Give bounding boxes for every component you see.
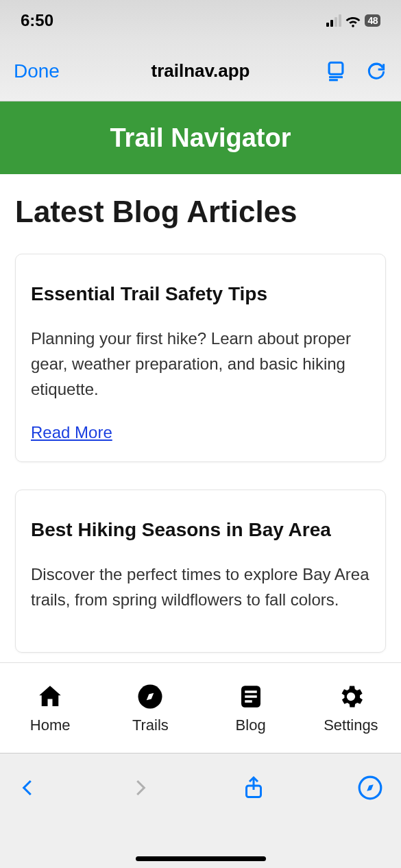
home-indicator[interactable] — [136, 856, 266, 861]
browser-top-bar: Done trailnav.app — [0, 41, 401, 101]
nav-home[interactable]: Home — [0, 682, 100, 734]
article-card: Best Hiking Seasons in Bay Area Discover… — [15, 490, 386, 653]
nav-settings[interactable]: Settings — [301, 682, 401, 734]
reload-icon[interactable] — [365, 60, 387, 82]
svg-rect-5 — [245, 690, 257, 693]
share-icon[interactable] — [241, 773, 266, 802]
page-title: Latest Blog Articles — [15, 195, 386, 229]
article-excerpt: Discover the perfect times to explore Ba… — [31, 562, 370, 612]
read-more-link[interactable]: Read More — [31, 423, 112, 442]
nav-label: Blog — [236, 716, 266, 734]
gear-icon — [337, 682, 365, 711]
article-excerpt: Planning your first hike? Learn about pr… — [31, 326, 370, 402]
done-button[interactable]: Done — [14, 60, 60, 82]
battery-level: 48 — [365, 14, 380, 27]
reader-icon[interactable] — [324, 60, 348, 83]
nav-blog[interactable]: Blog — [201, 682, 301, 734]
safari-icon[interactable] — [357, 775, 383, 801]
nav-label: Home — [30, 716, 71, 734]
article-icon — [236, 682, 265, 711]
back-icon[interactable] — [18, 774, 38, 801]
nav-label: Trails — [132, 716, 169, 734]
cellular-signal-icon — [326, 14, 341, 27]
compass-icon — [136, 682, 165, 711]
status-bar: 6:50 48 — [0, 0, 401, 41]
home-icon — [36, 682, 64, 711]
page-content: Trail Navigator Latest Blog Articles Ess… — [0, 101, 401, 662]
app-bottom-nav: Home Trails Blog Settings — [0, 662, 401, 753]
article-title: Best Hiking Seasons in Bay Area — [31, 519, 370, 541]
article-card: Essential Trail Safety Tips Planning you… — [15, 254, 386, 462]
svg-rect-6 — [245, 695, 257, 698]
svg-rect-0 — [329, 62, 343, 74]
app-title: Trail Navigator — [110, 123, 291, 153]
browser-bottom-bar — [0, 753, 401, 868]
svg-rect-7 — [245, 700, 252, 703]
nav-label: Settings — [324, 716, 378, 734]
status-time: 6:50 — [21, 11, 53, 30]
nav-trails[interactable]: Trails — [100, 682, 200, 734]
address-bar-url[interactable]: trailnav.app — [151, 60, 250, 82]
wifi-icon — [345, 13, 361, 28]
forward-icon — [130, 774, 150, 801]
app-header: Trail Navigator — [0, 101, 401, 174]
article-title: Essential Trail Safety Tips — [31, 283, 370, 305]
